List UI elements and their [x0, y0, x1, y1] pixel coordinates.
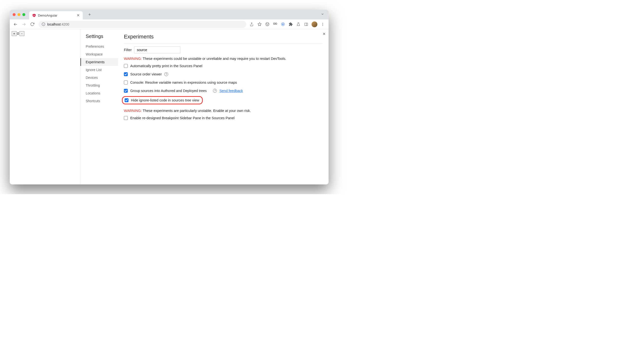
- extension-icon-2[interactable]: [273, 22, 277, 27]
- browser-tab[interactable]: DemoAngular ✕: [29, 11, 83, 19]
- nav-ignore-list[interactable]: Ignore List: [86, 66, 118, 74]
- checkbox-source-order[interactable]: [124, 72, 128, 76]
- checkbox-breakpoint-sidebar[interactable]: [124, 116, 128, 120]
- new-tab-button[interactable]: +: [86, 11, 93, 18]
- experiment-row-breakpoint-sidebar: Enable re-designed Breakpoint Sidebar Pa…: [124, 116, 323, 120]
- svg-point-11: [268, 24, 268, 24]
- settings-main: Experiments Filter WARNING: These experi…: [118, 29, 329, 184]
- reload-button[interactable]: [29, 21, 36, 28]
- tabs-menu-button[interactable]: [319, 12, 326, 17]
- divider: [124, 43, 323, 43]
- page-viewport: + 0 -: [10, 29, 80, 184]
- back-button[interactable]: [12, 21, 19, 28]
- checkbox-console-resolve[interactable]: [124, 80, 128, 84]
- url-text: localhost:4200: [47, 22, 69, 26]
- experiment-label: Hide ignore-listed code in sources tree …: [131, 98, 199, 102]
- checkbox-hide-ignore[interactable]: [125, 98, 128, 102]
- experiment-label: Group sources into Authored and Deployed…: [130, 89, 207, 93]
- nav-locations[interactable]: Locations: [86, 89, 118, 97]
- warning-text: These experiments are particularly unsta…: [142, 109, 251, 113]
- filter-label: Filter: [124, 48, 132, 52]
- svg-point-20: [322, 23, 323, 24]
- extension-icon-1[interactable]: [265, 22, 270, 27]
- settings-sidebar: Settings Preferences Workspace Experimen…: [80, 29, 118, 184]
- highlight-annotation: Hide ignore-listed code in sources tree …: [122, 96, 203, 104]
- svg-marker-8: [258, 22, 261, 26]
- close-window-button[interactable]: [13, 13, 16, 16]
- nav-preferences[interactable]: Preferences: [86, 42, 118, 50]
- experiment-label: Automatically pretty print in the Source…: [130, 64, 202, 68]
- angular-icon: [32, 13, 36, 17]
- filter-row: Filter: [124, 46, 323, 53]
- extension-icon-3[interactable]: [280, 22, 285, 27]
- minimize-window-button[interactable]: [18, 13, 20, 16]
- warning-label: WARNING:: [124, 57, 142, 61]
- devtools-panel: ✕ Settings Preferences Workspace Experim…: [80, 29, 329, 184]
- increment-button[interactable]: +: [12, 31, 17, 36]
- experiment-row-hide-ignore: Hide ignore-listed code in sources tree …: [124, 97, 323, 109]
- send-feedback-link[interactable]: Send feedback: [219, 89, 243, 93]
- help-icon[interactable]: ?: [213, 89, 217, 93]
- bookmark-icon[interactable]: [257, 22, 262, 27]
- experiment-label: Source order viewer: [130, 72, 162, 76]
- experiment-row-console-resolve: Console: Resolve variable names in expre…: [124, 80, 323, 84]
- menu-icon[interactable]: [320, 22, 325, 27]
- svg-point-21: [322, 24, 323, 25]
- warning-text: These experiments could be unstable or u…: [142, 57, 286, 61]
- nav-workspace[interactable]: Workspace: [86, 50, 118, 58]
- experiment-row-group-sources: Group sources into Authored and Deployed…: [124, 89, 323, 93]
- svg-point-12: [273, 23, 275, 24]
- filter-input[interactable]: [134, 46, 180, 53]
- checkbox-group-sources[interactable]: [124, 89, 128, 93]
- nav-devices[interactable]: Devices: [86, 74, 118, 81]
- profile-avatar[interactable]: [312, 21, 317, 27]
- forward-button[interactable]: [20, 21, 27, 28]
- nav-shortcuts[interactable]: Shortcuts: [86, 97, 118, 105]
- svg-point-22: [322, 25, 323, 26]
- close-settings-button[interactable]: ✕: [322, 32, 326, 36]
- counter-value: 0: [17, 32, 19, 36]
- toolbar: localhost:4200: [10, 19, 329, 29]
- experiment-row-pretty-print: Automatically pretty print in the Source…: [124, 64, 323, 68]
- settings-nav: Preferences Workspace Experiments Ignore…: [86, 42, 118, 105]
- nav-experiments[interactable]: Experiments: [80, 58, 118, 66]
- tab-title: DemoAngular: [38, 14, 75, 17]
- share-icon[interactable]: [249, 22, 254, 27]
- checkbox-pretty-print[interactable]: [124, 64, 128, 68]
- titlebar: DemoAngular ✕ +: [10, 10, 329, 19]
- svg-point-16: [282, 24, 283, 25]
- warning-2: WARNING: These experiments are particula…: [124, 109, 323, 113]
- maximize-window-button[interactable]: [22, 13, 25, 16]
- counter-widget: + 0 -: [12, 31, 78, 36]
- help-icon[interactable]: ?: [164, 72, 168, 76]
- svg-point-9: [266, 22, 269, 26]
- warning-label: WARNING:: [124, 109, 142, 113]
- warning-1: WARNING: These experiments could be unst…: [124, 57, 323, 61]
- side-panel-icon[interactable]: [304, 22, 309, 27]
- experiment-label: Console: Resolve variable names in expre…: [130, 80, 237, 84]
- toolbar-actions: [249, 21, 326, 27]
- svg-point-13: [275, 23, 277, 24]
- experiment-row-source-order: Source order viewer ?: [124, 72, 323, 76]
- decrement-button[interactable]: -: [19, 31, 24, 36]
- window-controls: [13, 13, 25, 16]
- svg-rect-18: [305, 23, 308, 26]
- labs-icon[interactable]: [296, 22, 301, 27]
- experiment-label: Enable re-designed Breakpoint Sidebar Pa…: [130, 116, 235, 120]
- browser-window: DemoAngular ✕ + localhost:4200: [10, 10, 329, 184]
- nav-throttling[interactable]: Throttling: [86, 81, 118, 89]
- settings-title: Settings: [86, 34, 118, 39]
- experiments-heading: Experiments: [124, 34, 323, 40]
- address-bar[interactable]: localhost:4200: [39, 21, 246, 28]
- site-info-icon[interactable]: [41, 22, 45, 26]
- content-area: + 0 - ✕ Settings Preferences Workspace E…: [10, 29, 329, 184]
- close-tab-button[interactable]: ✕: [77, 13, 80, 18]
- svg-point-10: [266, 24, 267, 24]
- extensions-icon[interactable]: [288, 22, 293, 27]
